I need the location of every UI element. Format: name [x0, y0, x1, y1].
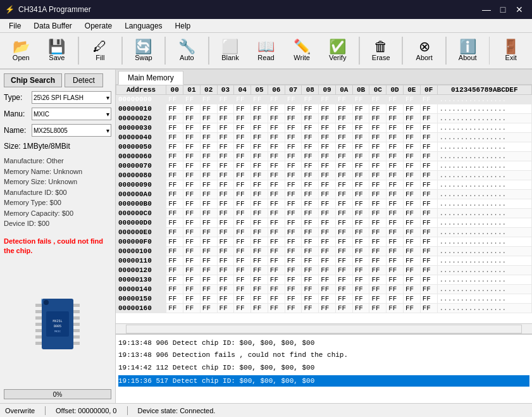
hex-byte[interactable]: FF: [302, 294, 319, 304]
hex-byte[interactable]: FF: [369, 142, 387, 152]
hex-byte[interactable]: FF: [369, 180, 387, 190]
hex-byte[interactable]: FF: [217, 247, 234, 256]
hex-byte[interactable]: FF: [183, 218, 201, 228]
toolbar-btn-erase[interactable]: 🗑Erase: [364, 35, 399, 66]
hex-byte[interactable]: FF: [268, 114, 285, 123]
hex-byte[interactable]: FF: [200, 142, 217, 152]
hex-byte[interactable]: FF: [319, 104, 336, 114]
hex-byte[interactable]: FF: [352, 142, 369, 152]
hex-byte[interactable]: FF: [420, 123, 437, 133]
hex-byte[interactable]: FF: [268, 123, 285, 133]
hex-byte[interactable]: FF: [234, 104, 251, 114]
hex-byte[interactable]: FF: [420, 285, 437, 294]
hex-byte[interactable]: FF: [268, 95, 285, 104]
table-row[interactable]: 00000040FFFFFFFFFFFFFFFFFFFFFFFFFFFFFFFF…: [116, 133, 532, 142]
hex-byte[interactable]: FF: [251, 209, 268, 218]
hex-byte[interactable]: FF: [285, 285, 302, 294]
hex-byte[interactable]: FF: [369, 228, 387, 237]
hex-byte[interactable]: FF: [335, 228, 352, 237]
table-row[interactable]: 000000C0FFFFFFFFFFFFFFFFFFFFFFFFFFFFFFFF…: [116, 209, 532, 218]
table-row[interactable]: 00000010FFFFFFFFFFFFFFFFFFFFFFFFFFFFFFFF…: [116, 104, 532, 114]
hex-byte[interactable]: FF: [369, 237, 387, 247]
hex-byte[interactable]: FF: [285, 275, 302, 285]
toolbar-btn-verify[interactable]: ✅Verify: [320, 35, 355, 66]
hex-byte[interactable]: FF: [285, 199, 302, 209]
toolbar-btn-read[interactable]: 📖Read: [249, 35, 283, 66]
hex-byte[interactable]: FF: [285, 209, 302, 218]
hex-byte[interactable]: FF: [166, 199, 183, 209]
hex-byte[interactable]: FF: [234, 304, 251, 313]
hex-byte[interactable]: FF: [319, 256, 336, 266]
menu-item-operate[interactable]: Operate: [78, 20, 118, 32]
hex-byte[interactable]: FF: [319, 161, 336, 171]
manu-combo[interactable]: MXIC ▾: [32, 108, 111, 120]
table-row[interactable]: 000000A0FFFFFFFFFFFFFFFFFFFFFFFFFFFFFFFF…: [116, 190, 532, 199]
hex-byte[interactable]: FF: [403, 256, 420, 266]
hex-byte[interactable]: FF: [285, 228, 302, 237]
hex-byte[interactable]: FF: [251, 123, 268, 133]
maximize-button[interactable]: □: [495, 3, 510, 16]
hex-byte[interactable]: FF: [420, 133, 437, 142]
hex-byte[interactable]: FF: [166, 171, 183, 180]
hex-byte[interactable]: FF: [319, 199, 336, 209]
hex-byte[interactable]: FF: [369, 247, 387, 256]
hex-byte[interactable]: FF: [352, 256, 369, 266]
hex-byte[interactable]: FF: [420, 152, 437, 161]
hex-byte[interactable]: FF: [268, 161, 285, 171]
hex-byte[interactable]: FF: [403, 114, 420, 123]
table-row[interactable]: 00000020FFFFFFFFFFFFFFFFFFFFFFFFFFFFFFFF…: [116, 114, 532, 123]
hex-byte[interactable]: FF: [369, 95, 387, 104]
hex-byte[interactable]: FF: [403, 218, 420, 228]
hex-byte[interactable]: FF: [217, 294, 234, 304]
hex-byte[interactable]: FF: [251, 228, 268, 237]
toolbar-btn-save[interactable]: 💾Save: [40, 35, 75, 66]
hex-byte[interactable]: FF: [183, 266, 201, 275]
hex-byte[interactable]: FF: [319, 142, 336, 152]
table-row[interactable]: 00000100FFFFFFFFFFFFFFFFFFFFFFFFFFFFFFFF…: [116, 247, 532, 256]
hex-byte[interactable]: FF: [387, 218, 404, 228]
hex-byte[interactable]: FF: [217, 142, 234, 152]
hex-byte[interactable]: FF: [166, 95, 183, 104]
hex-byte[interactable]: FF: [251, 199, 268, 209]
hex-byte[interactable]: FF: [183, 190, 201, 199]
hex-byte[interactable]: FF: [183, 133, 201, 142]
hex-byte[interactable]: FF: [268, 266, 285, 275]
hex-byte[interactable]: FF: [369, 218, 387, 228]
hex-byte[interactable]: FF: [352, 199, 369, 209]
hex-byte[interactable]: FF: [319, 180, 336, 190]
hex-byte[interactable]: FF: [285, 152, 302, 161]
hex-byte[interactable]: FF: [352, 190, 369, 199]
hex-byte[interactable]: FF: [234, 190, 251, 199]
hex-byte[interactable]: FF: [302, 142, 319, 152]
hex-byte[interactable]: FF: [183, 142, 201, 152]
hex-byte[interactable]: FF: [352, 171, 369, 180]
hex-byte[interactable]: FF: [352, 104, 369, 114]
hex-byte[interactable]: FF: [335, 256, 352, 266]
hex-byte[interactable]: FF: [285, 114, 302, 123]
hex-byte[interactable]: FF: [285, 256, 302, 266]
toolbar-btn-open[interactable]: 📂Open: [4, 35, 39, 66]
hex-byte[interactable]: FF: [251, 114, 268, 123]
hex-byte[interactable]: FF: [420, 209, 437, 218]
hex-byte[interactable]: FF: [319, 304, 336, 313]
hex-byte[interactable]: FF: [166, 133, 183, 142]
menu-item-file[interactable]: File: [3, 20, 27, 32]
hex-byte[interactable]: FF: [403, 142, 420, 152]
hex-byte[interactable]: FF: [302, 190, 319, 199]
hex-byte[interactable]: FF: [335, 218, 352, 228]
hex-byte[interactable]: FF: [420, 266, 437, 275]
hex-byte[interactable]: FF: [285, 266, 302, 275]
menu-item-languages[interactable]: Languages: [118, 20, 168, 32]
hex-byte[interactable]: FF: [302, 228, 319, 237]
hex-byte[interactable]: FF: [217, 152, 234, 161]
hex-byte[interactable]: FF: [268, 209, 285, 218]
hex-byte[interactable]: FF: [166, 304, 183, 313]
hex-byte[interactable]: FF: [403, 294, 420, 304]
hex-byte[interactable]: FF: [183, 228, 201, 237]
chip-search-button[interactable]: Chip Search: [4, 73, 62, 87]
hex-byte[interactable]: FF: [268, 285, 285, 294]
hex-byte[interactable]: FF: [268, 247, 285, 256]
hex-byte[interactable]: FF: [403, 152, 420, 161]
hex-byte[interactable]: FF: [302, 237, 319, 247]
hex-byte[interactable]: FF: [251, 304, 268, 313]
